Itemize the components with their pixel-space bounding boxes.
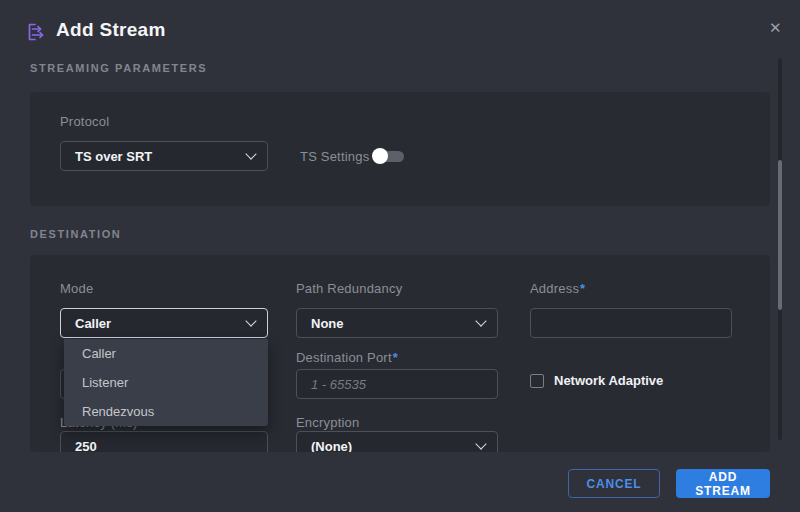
add-stream-modal: { "header": { "title": "Add Stream", "cl…: [0, 0, 800, 512]
path-redundancy-select[interactable]: None: [296, 308, 498, 338]
chevron-down-icon: [475, 438, 486, 449]
encryption-value: (None): [311, 439, 352, 453]
network-adaptive-row: Network Adaptive: [530, 373, 663, 388]
mode-option-listener[interactable]: Listener: [64, 368, 268, 397]
path-redundancy-value: None: [311, 316, 344, 331]
add-stream-button[interactable]: ADD STREAM: [676, 469, 770, 498]
mode-select[interactable]: Caller: [60, 308, 268, 338]
cancel-button[interactable]: CANCEL: [568, 469, 660, 498]
encryption-label: Encryption: [296, 415, 359, 430]
network-adaptive-label: Network Adaptive: [554, 373, 663, 388]
ts-settings-label: TS Settings: [300, 149, 369, 164]
destination-card: Mode Path Redundancy Address* Caller Non…: [30, 255, 770, 452]
required-asterisk: *: [580, 281, 585, 296]
modal-footer: CANCEL ADD STREAM: [0, 452, 800, 512]
encryption-select[interactable]: (None): [296, 431, 498, 452]
chevron-down-icon: [245, 315, 256, 326]
network-adaptive-checkbox[interactable]: [530, 374, 544, 388]
close-icon[interactable]: ✕: [769, 19, 782, 37]
address-label: Address*: [530, 281, 585, 296]
protocol-label: Protocol: [60, 114, 109, 129]
address-input[interactable]: [530, 308, 732, 338]
page-title: Add Stream: [56, 19, 166, 41]
ts-settings-toggle[interactable]: [372, 148, 405, 164]
required-asterisk: *: [393, 350, 398, 365]
protocol-select[interactable]: TS over SRT: [60, 141, 268, 171]
scrollbar-thumb[interactable]: [778, 160, 782, 310]
toggle-knob: [372, 148, 388, 164]
section-streaming-parameters: STREAMING PARAMETERS: [30, 62, 207, 74]
section-destination: DESTINATION: [30, 228, 121, 240]
destination-port-label: Destination Port*: [296, 350, 398, 365]
protocol-value: TS over SRT: [75, 149, 152, 164]
path-redundancy-label: Path Redundancy: [296, 281, 402, 296]
mode-option-rendezvous[interactable]: Rendezvous: [64, 397, 268, 426]
mode-dropdown-menu: Caller Listener Rendezvous: [64, 339, 268, 426]
destination-port-input[interactable]: [296, 369, 498, 399]
chevron-down-icon: [245, 148, 256, 159]
streaming-parameters-card: Protocol TS over SRT TS Settings: [30, 92, 770, 206]
latency-input[interactable]: [60, 431, 268, 452]
mode-value: Caller: [75, 316, 111, 331]
mode-option-caller[interactable]: Caller: [64, 339, 268, 368]
mode-label: Mode: [60, 281, 93, 296]
chevron-down-icon: [475, 315, 486, 326]
stream-add-icon: [26, 22, 46, 42]
